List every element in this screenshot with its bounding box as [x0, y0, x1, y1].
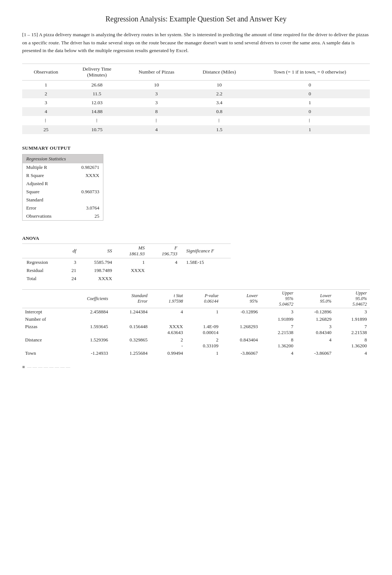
- list-item: Error 3.0764: [23, 204, 103, 212]
- table-row-dots: ⁝ ⁝ ⁝ ⁝ ⁝: [22, 116, 370, 125]
- col-header-town: Town (= 1 if in town, = 0 otherwise): [250, 64, 370, 80]
- coeff-row-town: Town -1.24933 1.255684 0.99494 1 -3.8606…: [22, 350, 370, 357]
- regression-stats-box: Regression Statistics Multiple R 0.98267…: [22, 154, 103, 221]
- footer-icon: ■: [22, 364, 25, 370]
- coeff-row-distance: Distance 1.529396 0.329865 2- 20.33109 0…: [22, 336, 370, 350]
- list-item: Adjusted R: [23, 180, 103, 188]
- regression-stats-table: Multiple R 0.982671 R Square XXXX Adjust…: [23, 163, 103, 220]
- table-row: 3 12.03 3 3.4 1: [22, 98, 370, 107]
- footer-text: — — — — — — — —: [26, 364, 70, 370]
- coeff-row-numofpizzas-label: Number of 1.91899 1.26829 1.91899: [22, 316, 370, 323]
- anova-table: df SS MS1861.93 F196.733 Significance F …: [22, 244, 231, 283]
- col-header-observation: Observation: [22, 64, 70, 80]
- anova-row-residual: Residual 21 198.7489 XXXX: [22, 266, 231, 275]
- anova-row-total: Total 24 XXXX: [22, 275, 231, 283]
- table-row: 1 26.68 10 10 0: [22, 80, 370, 89]
- col-header-delivery-time: Delivery Time(Minutes): [70, 64, 124, 80]
- footer-note: ■ — — — — — — — —: [22, 364, 370, 370]
- list-item: Square 0.960733: [23, 188, 103, 196]
- table-row: 25 10.75 4 1.5 1: [22, 125, 370, 134]
- list-item: R Square XXXX: [23, 171, 103, 180]
- coeff-row-pizzas: Pizzas 1.593645 0.156448 XXXX4.63643 1.4…: [22, 323, 370, 336]
- page-title: Regression Analysis: Example Question Se…: [22, 15, 370, 23]
- col-header-num-pizzas: Number of Pizzas: [124, 64, 189, 80]
- data-table: Observation Delivery Time(Minutes) Numbe…: [22, 64, 370, 134]
- col-header-distance: Distance (Miles): [189, 64, 250, 80]
- anova-title: ANOVA: [22, 235, 370, 241]
- summary-output-title: SUMMARY OUTPUT: [22, 145, 370, 151]
- table-row: 2 11.5 3 2.2 0: [22, 89, 370, 98]
- coeff-row-intercept: Intercept 2.458884 1.244384 4 1 -0.12896…: [22, 308, 370, 316]
- table-row: 4 14.88 8 0.8 0: [22, 107, 370, 116]
- regression-stats-header: Regression Statistics: [23, 154, 103, 163]
- data-table-section: Observation Delivery Time(Minutes) Numbe…: [22, 64, 370, 134]
- intro-text: [1 – 15] A pizza delivery manager is ana…: [22, 31, 370, 55]
- coefficients-table: Coefficients StandardError t Stat1.97598…: [22, 289, 370, 357]
- list-item: Standard: [23, 196, 103, 204]
- anova-row-regression: Regression 3 5585.794 1 4 1.58E-15: [22, 258, 231, 266]
- list-item: Observations 25: [23, 212, 103, 220]
- list-item: Multiple R 0.982671: [23, 163, 103, 171]
